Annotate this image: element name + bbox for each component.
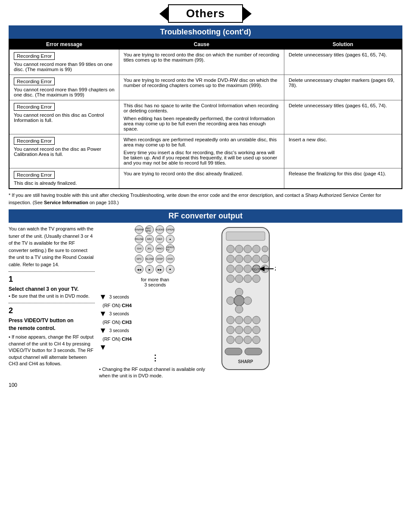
svg-point-29 [244,316,252,324]
page-title-section: Others [9,4,402,23]
svg-point-25 [244,297,252,305]
key-finrw[interactable]: FIN/RW [135,225,143,234]
rf-ch3: (RF ON) CH3 [103,320,211,325]
sec-label-2: 3 seconds [109,311,129,316]
error-box-4: Recording Error [14,171,55,179]
svg-point-26 [235,305,243,313]
table-row-error-4: Recording ErrorThis disc is already fina… [9,168,119,189]
rf-left-panel: You can watch the TV programs with the t… [9,225,95,380]
key-play[interactable]: ▶ [145,265,154,274]
rf-section-header: RF converter output [9,209,402,223]
svg-point-32 [235,326,243,334]
step1-title: Select channel 3 on your TV. [9,285,95,293]
key-ch1[interactable]: ▲ [166,235,174,243]
key-jkl[interactable]: JKL [145,244,154,253]
key-pause[interactable]: PAUSE [135,235,143,243]
key-slow[interactable]: SLOW [145,255,154,263]
channel-diagram: ▼ 3 seconds (RF ON) CH4 ▼ 3 seconds (RF … [99,292,211,363]
troubleshooting-header: Troubleshooting (cont'd) [9,25,402,39]
key-disp[interactable]: DISP [156,255,164,263]
svg-point-5 [252,245,260,253]
key-rew[interactable]: ◀◀ [135,265,143,274]
table-row-solution-2: Delete unnecessary titles (pages 61, 65,… [284,100,402,134]
svg-point-19 [235,275,243,283]
svg-point-14 [244,265,252,273]
page-title: Others [168,4,243,23]
svg-point-9 [244,255,252,263]
svg-point-12 [227,265,234,273]
svg-point-38 [252,336,260,344]
dots-divider-1 [9,271,95,272]
col-header-solution: Solution [284,39,402,50]
table-row-solution-3: Insert a new disc. [284,134,402,168]
svg-point-18 [227,275,234,283]
rf-content: You can watch the TV programs with the t… [9,225,402,380]
key-mno[interactable]: MNO [156,244,164,253]
table-row-cause-1: You are trying to record onto the VR mod… [119,75,284,100]
rf-ch4-2: (RF ON) CH4 [103,336,211,342]
key-ghi[interactable]: GHI [135,244,143,253]
svg-point-2 [227,245,234,253]
key-openclose[interactable]: OPEN [166,225,174,234]
title-arrow-right-icon [242,6,259,22]
rf-note: • Changing the RF output channel is avai… [99,366,211,380]
dots-divider-2 [9,303,95,303]
svg-text:SHARP: SHARP [238,359,253,364]
svg-point-3 [235,245,243,253]
svg-point-31 [227,326,234,334]
error-desc-3: You cannot record on the disc as Power C… [14,146,115,157]
svg-point-11 [261,255,269,263]
svg-point-23 [227,297,234,305]
page-number: 100 [9,382,402,388]
table-row-cause-4: You are trying to record onto the disc a… [119,168,284,189]
arrow-down-3: ▼ [99,326,107,335]
svg-point-36 [235,336,243,344]
error-desc-4: This disc is already finalized. [14,180,115,186]
error-box-3: Recording Error [14,137,55,145]
table-row-solution-0: Delete unnecessary titles (pages 61, 65,… [284,50,402,75]
svg-point-34 [252,326,260,334]
step2-number: 2 [9,305,95,317]
table-row-error-3: Recording ErrorYou cannot record on the … [9,134,119,168]
step1-number: 1 [9,274,95,285]
svg-point-13 [235,265,243,273]
arrow-down-2: ▼ [99,309,107,318]
arrow-down-4: ▼ [99,343,107,352]
step2-detail: • If noise appears, change the RF output… [9,334,95,367]
table-row-solution-4: Release the finalizing for this disc (pa… [284,168,402,189]
key-def[interactable]: DEF [156,235,164,243]
arrow-down-1: ▼ [99,292,107,302]
key-space[interactable]: SPC [135,255,143,263]
key-recspeed[interactable]: REC SPD [145,225,154,234]
svg-point-24 [234,296,244,306]
table-row-error-0: Recording ErrorYou cannot record more th… [9,50,119,75]
sec-label-3: 3 seconds [109,328,129,333]
key-audio[interactable]: AUDIO [156,225,164,234]
svg-rect-1 [226,232,265,240]
rf-ch4-1: (RF ON) CH4 [103,303,211,308]
error-desc-1: You cannot record more than 999 chapters… [14,87,115,97]
key-abc[interactable]: ABC [145,235,154,243]
step1-detail: • Be sure that the unit is in DVD mode. [9,293,95,299]
svg-text:2: 2 [275,266,276,272]
svg-point-30 [252,316,260,324]
svg-point-8 [235,255,243,263]
table-row-cause-2: This disc has no space to write the Cont… [119,100,284,134]
key-videotv[interactable]: VIDEO TV [166,244,174,253]
svg-point-33 [244,326,252,334]
svg-point-28 [235,316,243,324]
key-fwd[interactable]: ▶▶ [156,265,164,274]
table-row-solution-1: Delete unnecessary chapter markers (page… [284,75,402,100]
error-box-0: Recording Error [14,52,55,60]
table-row-cause-3: When recordings are performed repeatedly… [119,134,284,168]
step2-title: Press VIDEO/TV button onthe remote contr… [9,317,95,332]
table-row-error-2: Recording ErrorYou cannot record on this… [9,100,119,134]
key-stop[interactable]: ■ [166,265,174,274]
svg-point-6 [262,246,268,252]
svg-point-35 [227,336,234,344]
key-dvd[interactable]: DVD [166,255,174,263]
rf-intro-text: You can watch the TV programs with the t… [9,225,95,268]
svg-point-4 [244,245,252,253]
error-box-2: Recording Error [14,103,55,111]
for-more-label: for more than3 seconds [141,277,169,287]
